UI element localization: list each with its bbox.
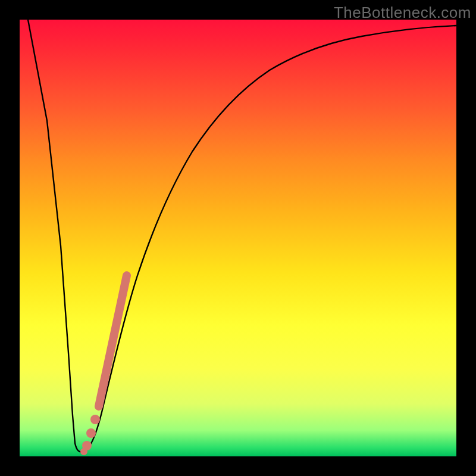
marker-highlight-band: [99, 275, 127, 406]
plot-area: [20, 20, 456, 456]
chart-frame: TheBottleneck.com: [0, 0, 476, 476]
marker-dot-d: [80, 448, 87, 455]
bottleneck-curve: [28, 20, 456, 452]
watermark-text: TheBottleneck.com: [334, 4, 471, 22]
marker-dot-a: [90, 415, 100, 424]
marker-dot-b: [86, 428, 96, 438]
curve-layer: [20, 20, 456, 456]
